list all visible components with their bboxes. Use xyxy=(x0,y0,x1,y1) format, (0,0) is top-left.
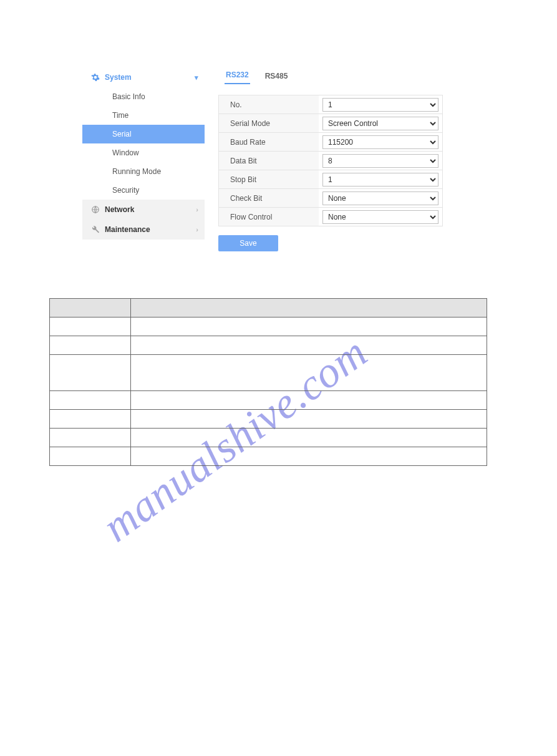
settings-panel: System ▾ Basic Info Time Serial Window R… xyxy=(82,67,469,254)
tab-label: RS232 xyxy=(226,70,249,79)
label-flow-control: Flow Control xyxy=(219,208,319,226)
table-header-cell xyxy=(50,299,131,317)
sidebar-item-label: Security xyxy=(112,186,139,195)
select-check-bit[interactable]: None xyxy=(322,191,438,205)
row-stop-bit: Stop Bit 1 xyxy=(219,170,442,189)
tab-label: RS485 xyxy=(265,72,288,80)
tab-rs232[interactable]: RS232 xyxy=(225,67,250,84)
globe-icon xyxy=(91,205,100,214)
chevron-right-icon: › xyxy=(196,206,198,213)
table-row xyxy=(50,355,487,391)
table-header-row xyxy=(50,299,487,317)
tab-bar: RS232 RS485 xyxy=(218,67,469,85)
sidebar: System ▾ Basic Info Time Serial Window R… xyxy=(82,67,205,254)
row-check-bit: Check Bit None xyxy=(219,189,442,208)
sidebar-item-running-mode[interactable]: Running Mode xyxy=(82,162,205,181)
label-serial-mode: Serial Mode xyxy=(219,114,319,132)
sidebar-item-label: Serial xyxy=(112,130,132,138)
sidebar-item-label: Window xyxy=(112,148,139,157)
table-row xyxy=(50,317,487,336)
table-row xyxy=(50,447,487,466)
sidebar-section-label: Maintenance xyxy=(105,225,150,234)
select-baud-rate[interactable]: 115200 xyxy=(322,135,438,149)
row-baud-rate: Baud Rate 115200 xyxy=(219,133,442,152)
sidebar-item-label: Running Mode xyxy=(112,167,161,176)
sidebar-item-serial[interactable]: Serial xyxy=(82,125,205,143)
content-area: RS232 RS485 No. 1 Serial Mode Screen Con… xyxy=(205,67,469,254)
sidebar-section-label: System xyxy=(105,73,132,82)
label-data-bit: Data Bit xyxy=(219,152,319,170)
row-no: No. 1 xyxy=(219,95,442,114)
select-serial-mode[interactable]: Screen Control xyxy=(322,117,438,130)
reference-table xyxy=(49,298,487,466)
chevron-right-icon: › xyxy=(196,226,198,233)
select-no[interactable]: 1 xyxy=(322,98,438,112)
table-row xyxy=(50,336,487,355)
wrench-icon xyxy=(91,225,100,234)
table-row xyxy=(50,429,487,447)
label-baud-rate: Baud Rate xyxy=(219,133,319,151)
serial-form: No. 1 Serial Mode Screen Control Baud Ra… xyxy=(218,95,443,226)
select-stop-bit[interactable]: 1 xyxy=(322,173,438,187)
sidebar-item-time[interactable]: Time xyxy=(82,106,205,125)
label-stop-bit: Stop Bit xyxy=(219,170,319,188)
gear-icon xyxy=(91,73,100,82)
table-header-cell xyxy=(131,299,487,317)
row-serial-mode: Serial Mode Screen Control xyxy=(219,114,442,133)
table-row xyxy=(50,410,487,429)
row-data-bit: Data Bit 8 xyxy=(219,152,442,170)
sidebar-item-label: Basic Info xyxy=(112,92,145,101)
sidebar-item-basic-info[interactable]: Basic Info xyxy=(82,87,205,106)
label-check-bit: Check Bit xyxy=(219,189,319,207)
sidebar-item-security[interactable]: Security xyxy=(82,181,205,200)
sidebar-item-label: Time xyxy=(112,111,128,120)
sidebar-section-maintenance[interactable]: Maintenance › xyxy=(82,220,205,240)
sidebar-section-system[interactable]: System ▾ xyxy=(82,67,205,87)
label-no: No. xyxy=(219,95,319,114)
select-data-bit[interactable]: 8 xyxy=(322,154,438,168)
table-row xyxy=(50,391,487,410)
sidebar-item-window[interactable]: Window xyxy=(82,143,205,162)
save-button[interactable]: Save xyxy=(218,235,278,251)
chevron-down-icon: ▾ xyxy=(195,74,198,82)
tab-rs485[interactable]: RS485 xyxy=(264,68,289,84)
sidebar-section-network[interactable]: Network › xyxy=(82,200,205,220)
sidebar-section-label: Network xyxy=(105,205,134,214)
row-flow-control: Flow Control None xyxy=(219,208,442,226)
select-flow-control[interactable]: None xyxy=(322,210,438,224)
